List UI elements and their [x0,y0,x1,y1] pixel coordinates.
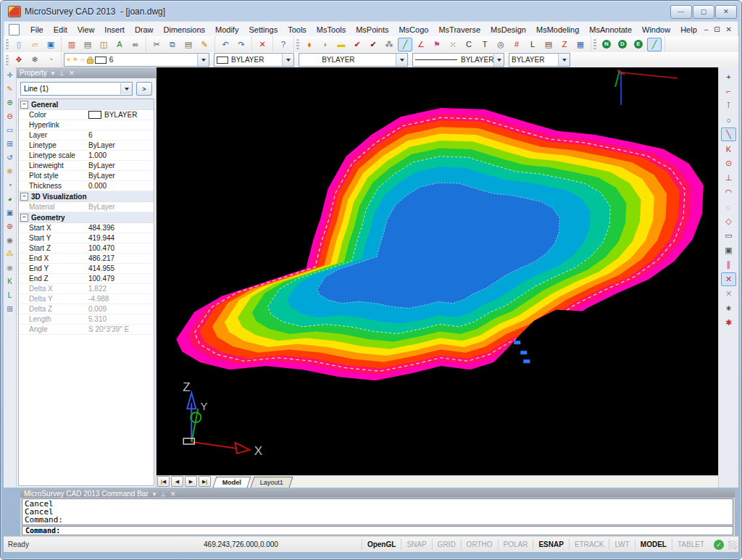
drawing-viewport[interactable]: Z Y X [157,67,718,475]
status-toggle-grid[interactable]: GRID [432,539,461,550]
snap-quick-icon[interactable]: ∗ [721,301,736,315]
resize-grip[interactable] [728,540,737,549]
close-button[interactable]: ✕ [715,5,737,19]
hide-lines-icon[interactable]: K [4,275,16,288]
grip-handle[interactable] [523,359,530,363]
property-row-delta-x[interactable]: Delta X1.822 [19,284,154,294]
menu-item-mscogo[interactable]: MsCogo [393,24,433,35]
menu-item-tools[interactable]: Tools [283,24,312,35]
property-row-start-x[interactable]: Start X484.396 [19,223,154,233]
pts-3e-icon[interactable]: ⁙ [446,38,460,51]
tab-nav-0[interactable]: |◀ [157,476,170,487]
property-row-start-z[interactable]: Start Z100.470 [19,243,154,254]
status-coordinates[interactable]: 469.243,726.000,0.000 [199,539,283,550]
menu-item-msdesign[interactable]: MsDesign [485,24,531,35]
undo-icon[interactable]: ↶ [218,38,233,51]
linetype-name-combobox[interactable]: BYLAYER [299,53,408,67]
cut-icon[interactable]: ✂ [149,38,164,51]
layer-combobox[interactable]: ● ☀ ☼ 6 [64,53,209,67]
field-notes-icon[interactable]: ▤ [541,38,556,51]
property-row-length[interactable]: Length5.310 [19,314,154,325]
elevation-toggle-icon[interactable]: E [631,38,646,51]
collapse-icon[interactable]: − [20,101,28,109]
status-toggle-model[interactable]: MODEL [635,539,672,550]
help-icon[interactable]: ? [276,38,291,51]
grip-handle[interactable] [520,351,527,354]
snap-endpoint-icon[interactable]: ⊺ [721,99,736,112]
copy-icon[interactable]: ⧉ [165,38,180,51]
property-row-thickness[interactable]: Thickness0.000 [19,181,154,191]
property-row-color[interactable]: ColorBYLAYER [19,110,154,120]
menu-item-view[interactable]: View [72,24,100,35]
zoom-in-icon[interactable]: ⊕ [4,96,16,109]
plumb-bob-icon[interactable]: ⬧ [302,38,317,51]
property-row-material[interactable]: MaterialByLayer [19,202,154,212]
snap-from-icon[interactable]: ⌐ [721,84,736,98]
snap-rectangle-icon[interactable]: ▭ [721,229,736,243]
color-dropdown-arrow[interactable] [282,54,293,66]
tab-nav-1[interactable]: ◀ [171,476,183,487]
property-row-lineweight[interactable]: LineweightByLayer [19,161,154,171]
render-sphere-icon[interactable]: ◕ [4,193,16,205]
menu-item-insert[interactable]: Insert [99,24,130,35]
status-toggle-polar[interactable]: POLAR [498,539,533,550]
tab-model[interactable]: Model [213,477,251,488]
property-row-end-x[interactable]: End X486.217 [19,254,154,264]
pan-icon[interactable]: ✛ [4,69,16,81]
smart-line-icon[interactable]: ╱ [647,38,662,51]
menu-item-help[interactable]: Help [675,24,702,35]
command-bar-titlebar[interactable]: MicroSurvey CAD 2013 Command Bar ▾ ⊥ ✕ [20,490,735,498]
status-toggle-tablet[interactable]: TABLET [672,539,709,550]
ucs-axes-icon[interactable]: L [4,289,16,301]
title-bar[interactable]: MicroSurvey CAD 2013 - [joan.dwg] —▢✕ [5,2,737,21]
angle-tool-icon[interactable]: ∠ [414,38,428,51]
panel-close-icon[interactable]: ✕ [69,70,75,77]
save-file-icon[interactable]: ▣ [43,38,58,51]
light-points-icon[interactable]: ⁂ [4,248,16,260]
snap-apparent-int-icon[interactable]: ✕ [721,287,736,301]
collapse-icon[interactable]: − [20,193,28,201]
snap-insertion-icon[interactable]: ▣ [721,243,736,257]
lineweight-combobox[interactable]: BYLAYER [509,53,570,67]
menu-item-dimensions[interactable]: Dimensions [159,24,210,35]
camera-icon[interactable]: ▣ [4,206,16,219]
snap-center-icon[interactable]: ⊙ [721,156,736,170]
layer-dropdown-arrow[interactable] [197,54,209,66]
property-row-plot-style[interactable]: Plot styleByLayer [19,171,154,181]
zoom-extents-icon[interactable]: ⊞ [4,138,16,150]
snap-parallel-icon[interactable]: ∥ [721,258,736,272]
property-section-geometry[interactable]: −Geometry [19,212,154,223]
tab-nav-2[interactable]: ▶ [185,476,197,487]
menu-item-modify[interactable]: Modify [210,24,243,35]
open-file-icon[interactable]: ▱ [28,38,42,51]
entity-selector-arrow[interactable] [120,83,132,94]
property-row-layer[interactable]: Layer6 [19,130,154,141]
property-expand-button[interactable]: > [136,82,152,96]
grip-handle[interactable] [514,340,520,344]
property-section-3d-visualization[interactable]: −3D Visualization [19,191,154,202]
property-row-end-y[interactable]: End Y414.955 [19,264,154,274]
collapse-icon[interactable]: − [20,214,28,222]
snap-circle-icon[interactable]: ○ [721,113,736,127]
scale-z-icon[interactable]: Z [557,38,572,51]
linetype-combobox[interactable]: BYLAYER [412,53,504,67]
print-icon[interactable]: ▤ [80,38,95,51]
annotate-c-icon[interactable]: C [462,38,476,51]
toolbar-grip[interactable] [6,55,9,65]
snap-intersection-icon[interactable]: ✕ [721,272,736,286]
property-panel-titlebar[interactable]: Property ▾ ⊥ ✕ [17,67,156,78]
paste-icon[interactable]: ▤ [181,38,196,51]
zoom-window-icon[interactable]: ▭ [4,124,16,136]
import-points-icon[interactable]: ✔ [366,38,380,51]
find-icon[interactable]: ∞ [128,38,143,51]
toolbar-grip[interactable] [593,39,596,49]
minimize-button[interactable]: — [670,5,692,19]
menu-item-window[interactable]: Window [637,24,675,35]
status-toggle-snap[interactable]: SNAP [401,539,431,550]
toolbar-grip[interactable] [296,39,299,49]
distance-toggle-icon[interactable]: D [615,38,630,51]
status-renderer[interactable]: OpenGL [362,539,401,550]
color-combobox[interactable]: BYLAYER [214,53,294,67]
property-row-end-z[interactable]: End Z100.479 [19,274,154,284]
mdi-restore-icon[interactable]: ⊡ [714,25,720,33]
